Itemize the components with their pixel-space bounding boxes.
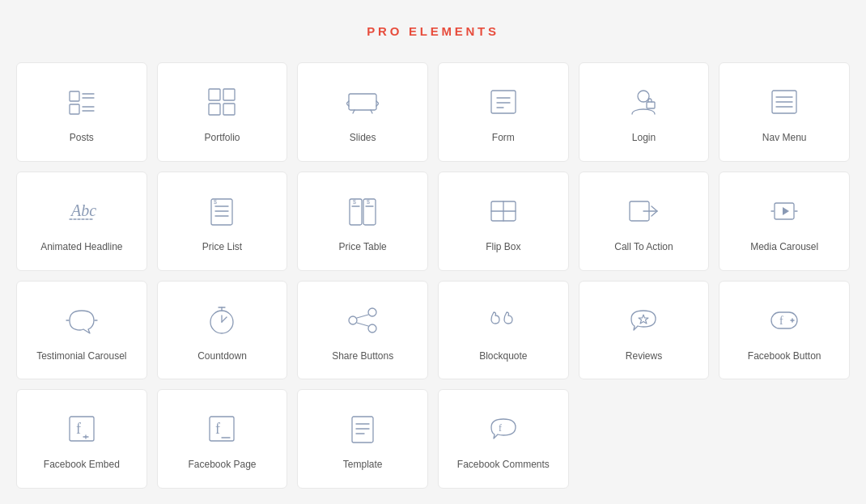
blockquote-icon bbox=[484, 301, 523, 340]
element-label-countdown: Countdown bbox=[197, 349, 247, 363]
element-label-testimonial-carousel: Testimonial Carousel bbox=[36, 349, 126, 363]
svg-point-51 bbox=[368, 324, 376, 332]
countdown-icon bbox=[202, 301, 241, 340]
element-label-posts: Posts bbox=[70, 131, 94, 145]
element-portfolio[interactable]: Portfolio bbox=[157, 62, 288, 162]
element-slides[interactable]: Slides bbox=[297, 62, 428, 162]
svg-marker-40 bbox=[783, 207, 789, 215]
element-label-slides: Slides bbox=[350, 131, 376, 145]
element-call-to-action[interactable]: Call To Action bbox=[579, 172, 710, 271]
element-label-reviews: Reviews bbox=[626, 349, 662, 363]
nav-menu-icon bbox=[765, 83, 804, 121]
svg-rect-58 bbox=[70, 417, 94, 441]
svg-rect-8 bbox=[209, 104, 220, 115]
svg-marker-55 bbox=[639, 315, 648, 324]
svg-point-15 bbox=[638, 91, 649, 102]
svg-text:Abc: Abc bbox=[70, 201, 96, 219]
element-nav-menu[interactable]: Nav Menu bbox=[719, 62, 850, 162]
element-reviews[interactable]: Reviews bbox=[579, 281, 710, 380]
element-label-blockquote: Blockquote bbox=[479, 349, 527, 363]
element-facebook-page[interactable]: f Facebook Page bbox=[157, 389, 288, 489]
slides-icon bbox=[343, 83, 382, 121]
element-testimonial-carousel[interactable]: Testimonial Carousel bbox=[16, 281, 147, 380]
svg-rect-10 bbox=[349, 94, 376, 110]
element-login[interactable]: Login bbox=[579, 62, 710, 162]
element-facebook-comments[interactable]: f Facebook Comments bbox=[438, 389, 569, 489]
element-label-form: Form bbox=[492, 131, 515, 145]
media-carousel-icon bbox=[765, 192, 804, 231]
share-buttons-icon bbox=[343, 301, 382, 340]
svg-point-50 bbox=[368, 308, 376, 316]
svg-rect-65 bbox=[352, 417, 373, 443]
svg-rect-16 bbox=[647, 102, 655, 108]
svg-text:$: $ bbox=[353, 199, 356, 205]
svg-rect-9 bbox=[223, 104, 235, 115]
svg-rect-11 bbox=[491, 91, 516, 113]
element-animated-headline[interactable]: Abc Animated Headline bbox=[16, 172, 147, 271]
element-countdown[interactable]: Countdown bbox=[157, 281, 288, 380]
element-template[interactable]: Template bbox=[297, 389, 428, 489]
template-icon bbox=[343, 409, 382, 448]
element-label-flip-box: Flip Box bbox=[486, 240, 520, 254]
element-label-login: Login bbox=[632, 131, 656, 145]
svg-text:f: f bbox=[76, 421, 81, 437]
element-label-portfolio: Portfolio bbox=[204, 131, 240, 145]
svg-text:$: $ bbox=[214, 199, 217, 205]
svg-text:f: f bbox=[499, 422, 502, 434]
login-icon bbox=[624, 83, 663, 121]
portfolio-icon bbox=[202, 83, 241, 121]
element-label-template: Template bbox=[343, 458, 383, 472]
testimonial-carousel-icon bbox=[62, 301, 101, 340]
element-label-animated-headline: Animated Headline bbox=[40, 240, 122, 254]
facebook-page-icon: f bbox=[202, 409, 241, 448]
page-title: PRO ELEMENTS bbox=[367, 24, 499, 38]
flip-box-icon bbox=[484, 192, 523, 231]
element-label-facebook-button: Facebook Button bbox=[748, 349, 821, 363]
element-price-list[interactable]: $ Price List bbox=[157, 172, 288, 271]
animated-headline-icon: Abc bbox=[62, 192, 101, 231]
svg-point-52 bbox=[349, 316, 357, 324]
svg-line-48 bbox=[222, 317, 227, 322]
element-form[interactable]: Form bbox=[438, 62, 569, 162]
element-media-carousel[interactable]: Media Carousel bbox=[719, 172, 850, 271]
element-label-facebook-comments: Facebook Comments bbox=[457, 458, 550, 472]
svg-rect-0 bbox=[70, 91, 79, 101]
element-flip-box[interactable]: Flip Box bbox=[438, 172, 569, 271]
call-to-action-icon bbox=[624, 192, 663, 231]
svg-text:f: f bbox=[215, 421, 220, 437]
element-label-facebook-page: Facebook Page bbox=[188, 458, 256, 472]
facebook-button-icon: f bbox=[765, 301, 804, 340]
svg-rect-7 bbox=[223, 89, 235, 100]
element-label-nav-menu: Nav Menu bbox=[762, 131, 807, 145]
element-label-price-table: Price Table bbox=[339, 240, 387, 254]
posts-icon bbox=[62, 83, 101, 121]
element-label-share-buttons: Share Buttons bbox=[332, 349, 393, 363]
svg-rect-3 bbox=[70, 104, 79, 114]
element-price-table[interactable]: $$ Price Table bbox=[297, 172, 428, 271]
element-label-price-list: Price List bbox=[202, 240, 242, 254]
facebook-comments-icon: f bbox=[484, 409, 523, 448]
element-facebook-button[interactable]: f Facebook Button bbox=[719, 281, 850, 380]
reviews-icon bbox=[624, 301, 663, 340]
facebook-embed-icon: f bbox=[62, 409, 101, 448]
svg-text:f: f bbox=[779, 315, 783, 327]
element-label-facebook-embed: Facebook Embed bbox=[44, 458, 120, 472]
svg-rect-6 bbox=[209, 89, 220, 100]
svg-line-54 bbox=[357, 323, 368, 326]
element-blockquote[interactable]: Blockquote bbox=[438, 281, 569, 380]
element-label-media-carousel: Media Carousel bbox=[750, 240, 818, 254]
elements-grid: Posts Portfolio Slides Form Login Nav Me… bbox=[16, 62, 850, 489]
svg-line-53 bbox=[357, 315, 368, 318]
form-icon bbox=[484, 83, 523, 121]
element-facebook-embed[interactable]: f Facebook Embed bbox=[16, 389, 147, 489]
svg-text:$: $ bbox=[367, 199, 370, 205]
element-share-buttons[interactable]: Share Buttons bbox=[297, 281, 428, 380]
price-list-icon: $ bbox=[202, 192, 241, 231]
price-table-icon: $$ bbox=[343, 192, 382, 231]
element-label-call-to-action: Call To Action bbox=[614, 240, 673, 254]
element-posts[interactable]: Posts bbox=[16, 62, 147, 162]
